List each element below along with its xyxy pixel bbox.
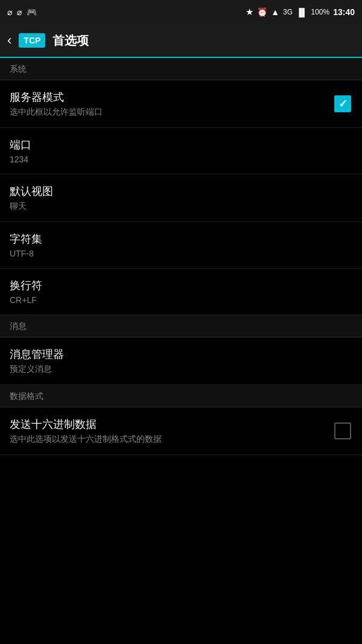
time-label: 13:40: [333, 7, 355, 17]
checkbox-unchecked-send-hex: [334, 422, 351, 439]
pref-item-server-mode[interactable]: 服务器模式选中此框以允许监听端口✓: [0, 80, 362, 128]
section-header-system: 系统: [0, 58, 362, 80]
pref-text-default-view: 默认视图聊天: [10, 184, 352, 212]
pref-text-line-ending: 换行符CR+LF: [10, 278, 352, 305]
pref-title-server-mode: 服务器模式: [10, 90, 333, 104]
signal-bars-icon: ▐▌: [296, 8, 307, 17]
usb-icon-2: ⌀: [17, 7, 22, 17]
bluetooth-icon: ★: [246, 7, 253, 18]
checkbox-server-mode[interactable]: ✓: [333, 94, 352, 113]
status-bar: ⌀ ⌀ 🎮 ★ ⏰ ▲ 3G ▐▌ 100% 13:40: [0, 0, 362, 24]
section-header-message: 消息: [0, 315, 362, 337]
tcp-badge: TCP: [19, 33, 45, 48]
usb-icon-1: ⌀: [7, 7, 12, 17]
pref-text-port: 端口1234: [10, 138, 352, 164]
pref-summary-default-view: 聊天: [10, 201, 352, 212]
pref-title-send-hex: 发送十六进制数据: [10, 417, 333, 432]
pref-title-port: 端口: [10, 138, 352, 152]
pref-summary-charset: UTF-8: [10, 249, 352, 258]
pref-summary-line-ending: CR+LF: [10, 295, 352, 305]
pref-item-message-manager[interactable]: 消息管理器预定义消息: [0, 337, 362, 385]
signal-label: 3G: [283, 8, 293, 16]
pref-item-charset[interactable]: 字符集UTF-8: [0, 222, 362, 269]
pref-summary-message-manager: 预定义消息: [10, 364, 352, 375]
pref-text-charset: 字符集UTF-8: [10, 232, 352, 258]
alarm-icon: ⏰: [257, 7, 267, 17]
pref-item-send-hex[interactable]: 发送十六进制数据选中此选项以发送十六进制格式式的数据: [0, 407, 362, 455]
pref-title-default-view: 默认视图: [10, 184, 352, 199]
pref-title-message-manager: 消息管理器: [10, 347, 352, 362]
checkmark-icon-server-mode: ✓: [338, 98, 348, 109]
pref-summary-server-mode: 选中此框以允许监听端口: [10, 107, 333, 118]
wifi-icon: ▲: [271, 7, 279, 17]
settings-content: 系统服务器模式选中此框以允许监听端口✓端口1234默认视图聊天字符集UTF-8换…: [0, 58, 362, 455]
pref-item-line-ending[interactable]: 换行符CR+LF: [0, 269, 362, 315]
pref-summary-port: 1234: [10, 155, 352, 164]
pref-text-server-mode: 服务器模式选中此框以允许监听端口: [10, 90, 333, 118]
page-title: 首选项: [52, 33, 89, 49]
pref-text-send-hex: 发送十六进制数据选中此选项以发送十六进制格式式的数据: [10, 417, 333, 445]
toolbar: ‹ TCP 首选项: [0, 24, 362, 58]
section-header-data-format: 数据格式: [0, 385, 362, 407]
back-button[interactable]: ‹: [7, 33, 11, 48]
pref-title-charset: 字符集: [10, 232, 352, 246]
gamepad-icon: 🎮: [27, 7, 37, 17]
pref-item-port[interactable]: 端口1234: [0, 128, 362, 174]
battery-label: 100%: [311, 8, 329, 16]
checkbox-checked-server-mode: ✓: [334, 95, 351, 112]
pref-text-message-manager: 消息管理器预定义消息: [10, 347, 352, 375]
pref-title-line-ending: 换行符: [10, 278, 352, 293]
pref-summary-send-hex: 选中此选项以发送十六进制格式式的数据: [10, 434, 333, 445]
status-bar-left: ⌀ ⌀ 🎮: [7, 7, 37, 17]
pref-item-default-view[interactable]: 默认视图聊天: [0, 174, 362, 222]
checkbox-send-hex[interactable]: [333, 421, 352, 441]
status-bar-right: ★ ⏰ ▲ 3G ▐▌ 100% 13:40: [246, 7, 355, 18]
